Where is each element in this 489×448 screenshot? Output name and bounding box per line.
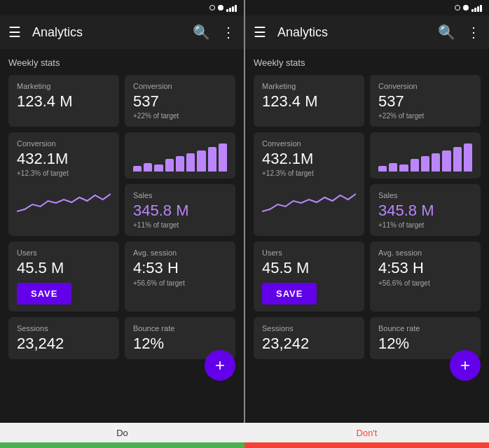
bounce-label-dont: Bounce rate: [378, 324, 472, 332]
signal-bar-1: [226, 9, 228, 12]
search-icon[interactable]: 🔍: [193, 24, 210, 41]
app-title-do: Analytics: [32, 25, 181, 40]
bar-dont-7: [442, 150, 450, 172]
signal-bar-dont-3: [477, 6, 479, 12]
bar-dont-5: [421, 156, 429, 172]
avg-session-value-do: 4:53 H: [133, 260, 227, 276]
users-value-dont: 45.5 M: [262, 260, 356, 276]
sessions-card-do: Sessions 23,242: [8, 317, 119, 359]
bar-6: [186, 153, 195, 172]
signal-bar-2: [229, 8, 231, 12]
conversion-top-card-dont: Conversion 537 +22% of target: [370, 75, 481, 127]
line-chart-dont: [262, 180, 356, 215]
bar-2: [144, 163, 152, 172]
signal-bars: [226, 4, 237, 12]
conversion-big-subtitle-do: +12.3% of target: [17, 169, 111, 177]
conversion-top-value-do: 537: [133, 93, 227, 110]
bounce-value-dont: 12%: [378, 335, 472, 352]
bar-dont-2: [389, 163, 397, 172]
do-label: Do: [0, 423, 245, 442]
menu-icon[interactable]: ☰: [8, 24, 21, 41]
bar-4: [165, 159, 174, 172]
stats-grid-do: Marketing 123.4 M Conversion 537 +22% of…: [8, 75, 235, 359]
marketing-value-dont: 123.4 M: [262, 93, 356, 110]
marketing-card-dont: Marketing 123.4 M: [254, 75, 364, 127]
sales-subtitle-do: +11% of target: [133, 221, 227, 229]
conversion-top-label-dont: Conversion: [378, 82, 472, 90]
bar-dont-8: [453, 147, 462, 172]
save-button-dont[interactable]: SAVE: [262, 283, 317, 304]
sales-value-do: 345.8 M: [133, 202, 227, 219]
menu-icon-dont[interactable]: ☰: [254, 24, 266, 41]
conversion-big-subtitle-dont: +12.3% of target: [262, 169, 356, 177]
signal-bar-4: [235, 5, 237, 12]
signal-bars-dont: [471, 4, 482, 12]
app-bar-dont: ☰ Analytics 🔍 ⋮: [245, 15, 489, 49]
status-dot-2: [218, 5, 223, 10]
fab-button-dont[interactable]: +: [450, 350, 481, 381]
bar-dont-1: [378, 166, 387, 172]
signal-bar-3: [232, 6, 234, 12]
sales-subtitle-dont: +11% of target: [378, 221, 472, 229]
signal-bar-dont-1: [471, 9, 474, 12]
bar-9: [219, 144, 227, 172]
sales-value-dont: 345.8 M: [378, 202, 472, 219]
avg-session-card-do: Avg. session 4:53 H +56.6% of target: [125, 241, 235, 311]
line-chart-do: [17, 180, 111, 215]
dont-bar: [245, 442, 489, 448]
conversion-big-label-dont: Conversion: [262, 139, 356, 148]
bottom-bar-row: [0, 442, 489, 448]
signal-bar-dont-4: [480, 5, 482, 12]
bounce-value-do: 12%: [133, 335, 227, 352]
sessions-label-dont: Sessions: [262, 324, 356, 332]
bar-dont-6: [432, 153, 440, 172]
avg-session-label-do: Avg. session: [133, 248, 227, 257]
conversion-big-card-do: Conversion 432.1M +12.3% of target: [8, 132, 119, 236]
save-button-do[interactable]: SAVE: [17, 283, 71, 304]
avg-session-label-dont: Avg. session: [378, 248, 472, 257]
conversion-big-value-do: 432.1M: [17, 150, 111, 167]
do-bar: [0, 442, 245, 448]
conversion-big-card-dont: Conversion 432.1M +12.3% of target: [254, 132, 364, 236]
conversion-top-subtitle-do: +22% of target: [133, 112, 227, 120]
bar-dont-9: [464, 144, 472, 172]
signal-bar-dont-2: [474, 8, 476, 12]
stats-grid-dont: Marketing 123.4 M Conversion 537 +22% of…: [254, 75, 481, 359]
conversion-top-card-do: Conversion 537 +22% of target: [125, 75, 235, 127]
conversion-big-value-dont: 432.1M: [262, 150, 356, 167]
avg-session-value-dont: 4:53 H: [378, 260, 472, 276]
marketing-label-dont: Marketing: [262, 82, 356, 90]
sales-label-dont: Sales: [378, 191, 472, 200]
conversion-top-value-dont: 537: [378, 93, 472, 110]
bar-chart-do: [133, 144, 227, 172]
phone-dont: ☰ Analytics 🔍 ⋮ Weekly stats Marketing 1…: [245, 0, 489, 423]
more-icon[interactable]: ⋮: [221, 24, 235, 41]
search-icon-dont[interactable]: 🔍: [438, 24, 455, 41]
phones-container: ☰ Analytics 🔍 ⋮ Weekly stats Marketing 1…: [0, 0, 489, 423]
label-row: Do Don't: [0, 423, 489, 442]
marketing-card-do: Marketing 123.4 M: [8, 75, 119, 127]
conversion-top-label-do: Conversion: [133, 82, 227, 90]
users-card-do: Users 45.5 M SAVE: [8, 241, 119, 311]
more-icon-dont[interactable]: ⋮: [467, 24, 481, 41]
status-dot-1: [209, 5, 215, 10]
weekly-title-do: Weekly stats: [8, 57, 235, 68]
sales-card-do: Sales 345.8 M +11% of target: [125, 184, 235, 236]
sessions-card-dont: Sessions 23,242: [254, 317, 364, 359]
app-title-dont: Analytics: [277, 25, 427, 40]
bar-5: [176, 156, 184, 172]
avg-session-subtitle-dont: +56.6% of target: [378, 279, 472, 287]
users-label-dont: Users: [262, 248, 356, 257]
sales-card-dont: Sales 345.8 M +11% of target: [370, 184, 481, 236]
users-label-do: Users: [17, 248, 111, 257]
bar-3: [154, 164, 163, 172]
bar-chart-card-dont: [370, 132, 481, 178]
sessions-value-dont: 23,242: [262, 335, 356, 352]
sales-label-do: Sales: [133, 191, 227, 200]
bar-chart-dont: [378, 144, 472, 172]
status-dot-dont-1: [455, 5, 460, 10]
fab-button-do[interactable]: +: [205, 350, 235, 381]
sessions-value-do: 23,242: [17, 335, 111, 352]
sessions-label-do: Sessions: [17, 324, 111, 332]
avg-session-subtitle-do: +56.6% of target: [133, 279, 227, 287]
